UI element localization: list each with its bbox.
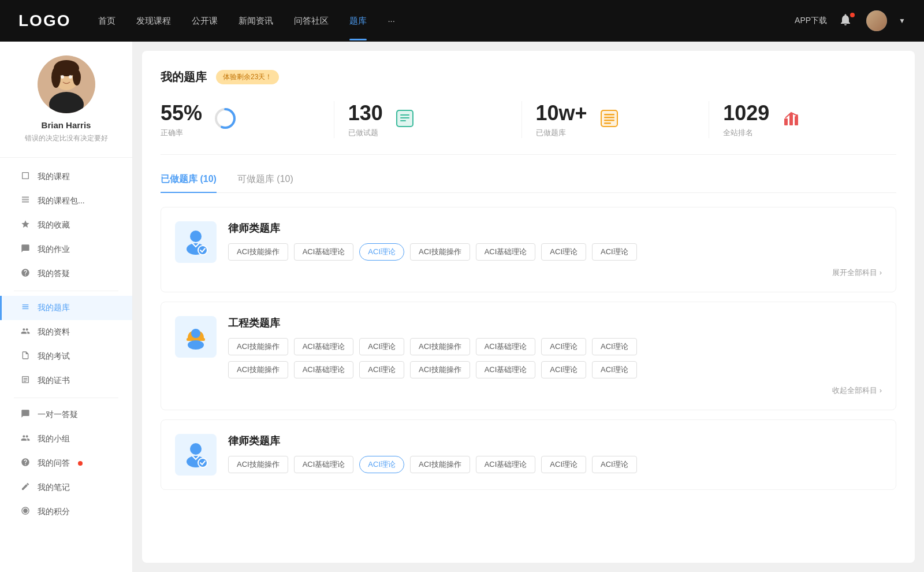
main-layout: Brian Harris 错误的决定比没有决定要好 我的课程 我的课程包...: [0, 42, 924, 572]
qa-icon: [20, 268, 31, 280]
stat-done-qbanks-label: 已做题库: [536, 128, 587, 138]
sidebar-item-course-pkg[interactable]: 我的课程包...: [0, 189, 132, 213]
qbank-tag[interactable]: ACI基础理论: [476, 361, 536, 378]
user-avatar[interactable]: [866, 10, 887, 31]
sidebar-item-points[interactable]: 我的积分: [0, 500, 132, 524]
nav-link-open[interactable]: 公开课: [192, 16, 218, 27]
qbank-tag[interactable]: ACI基础理论: [294, 361, 354, 378]
svg-rect-15: [601, 110, 617, 127]
tab-available[interactable]: 可做题库 (10): [237, 173, 293, 192]
qbank-title-1: 律师类题库: [228, 221, 882, 235]
nav-link-home[interactable]: 首页: [98, 16, 116, 27]
qbank-tag[interactable]: ACI技能操作: [228, 456, 288, 473]
qbank-tag[interactable]: ACI技能操作: [410, 361, 470, 378]
qbank-tag[interactable]: ACI技能操作: [410, 456, 470, 473]
qbank-tag[interactable]: ACI理论: [592, 456, 637, 473]
collapse-link-2[interactable]: 收起全部科目 ›: [832, 385, 882, 396]
svg-rect-18: [604, 117, 614, 118]
qbank-tag[interactable]: ACI理论: [541, 243, 586, 261]
sidebar-item-favorites[interactable]: 我的收藏: [0, 213, 132, 237]
sidebar-item-questions[interactable]: 我的问答: [0, 451, 132, 476]
expand-link-1[interactable]: 展开全部科目 ›: [832, 268, 882, 278]
nav-link-qbank[interactable]: 题库: [349, 16, 367, 27]
tabs-row: 已做题库 (10) 可做题库 (10): [161, 173, 896, 193]
sidebar-item-profile[interactable]: 我的资料: [0, 320, 132, 344]
stat-done-questions-label: 已做试题: [348, 128, 383, 138]
stat-rank-label: 全站排名: [723, 128, 769, 138]
svg-point-27: [198, 246, 207, 255]
course-pkg-icon: [20, 195, 31, 207]
qbank-tag[interactable]: ACI理论: [541, 361, 586, 378]
qbank-tag[interactable]: ACI基础理论: [476, 456, 536, 473]
nav-link-discover[interactable]: 发现课程: [136, 16, 171, 27]
page-header: 我的题库 体验剩余23天！: [161, 69, 896, 85]
stat-rank: 1029 全站排名: [709, 101, 896, 138]
qbank-title-3: 律师类题库: [228, 434, 882, 448]
qbank-card-1: 律师类题库 ACI技能操作 ACI基础理论 ACI理论 ACI技能操作 ACI基…: [161, 207, 896, 292]
nav-right: APP下载 ▼: [795, 10, 906, 31]
qbank-tag[interactable]: ACI技能操作: [228, 338, 288, 355]
qbank-body-1: 律师类题库 ACI技能操作 ACI基础理论 ACI理论 ACI技能操作 ACI基…: [228, 221, 882, 278]
qbank-icon-1: [175, 221, 217, 263]
qbank-tag[interactable]: ACI基础理论: [294, 243, 354, 261]
stat-rank-number: 1029 全站排名: [723, 101, 769, 138]
svg-point-25: [190, 231, 202, 242]
stat-done-questions-number: 130 已做试题: [348, 101, 383, 138]
notes-icon: [20, 482, 31, 493]
stat-accuracy-value: 55%: [161, 101, 202, 125]
qbank-tag[interactable]: ACI理论: [592, 338, 637, 355]
sidebar-label-tutoring: 一对一答疑: [38, 410, 78, 420]
qbank-tag[interactable]: ACI技能操作: [228, 361, 288, 378]
sidebar-item-tutoring[interactable]: 一对一答疑: [0, 403, 132, 427]
qbank-card-2: 工程类题库 ACI技能操作 ACI基础理论 ACI理论 ACI技能操作 ACI基…: [161, 302, 896, 410]
qbank-tag[interactable]: ACI技能操作: [410, 243, 470, 261]
qbank-icon-2: [175, 316, 217, 358]
qbank-tag-active[interactable]: ACI理论: [359, 243, 404, 261]
sidebar-item-qa[interactable]: 我的答疑: [0, 262, 132, 286]
app-download-button[interactable]: APP下载: [795, 16, 827, 26]
qbank-tag[interactable]: ACI基础理论: [476, 338, 536, 355]
qbank-tag[interactable]: ACI理论: [541, 338, 586, 355]
nav-link-qa[interactable]: 问答社区: [294, 16, 329, 27]
sidebar-item-homework[interactable]: 我的作业: [0, 237, 132, 262]
qbank-tags-2-row1: ACI技能操作 ACI基础理论 ACI理论 ACI技能操作 ACI基础理论 AC…: [228, 338, 882, 355]
qbank-tag-active[interactable]: ACI理论: [359, 456, 404, 473]
bell-icon[interactable]: [839, 13, 855, 29]
nav-links: 首页 发现课程 公开课 新闻资讯 问答社区 题库 ···: [98, 16, 795, 27]
qbank-tag[interactable]: ACI理论: [541, 456, 586, 473]
svg-point-6: [61, 75, 64, 79]
tab-done[interactable]: 已做题库 (10): [161, 173, 217, 192]
qbank-tag[interactable]: ACI基础理论: [294, 456, 354, 473]
cert-icon: [20, 375, 31, 387]
qbank-tag[interactable]: ACI基础理论: [476, 243, 536, 261]
content-area: 我的题库 体验剩余23天！ 55% 正确率 130: [142, 51, 915, 563]
sidebar-label-profile: 我的资料: [38, 327, 70, 337]
stat-accuracy: 55% 正确率: [161, 101, 334, 138]
sidebar-item-notes[interactable]: 我的笔记: [0, 476, 132, 500]
qbank-tag[interactable]: ACI理论: [359, 338, 404, 355]
nav-link-more[interactable]: ···: [388, 16, 395, 27]
sidebar-motto: 错误的决定比没有决定要好: [9, 133, 123, 143]
qbank-tag[interactable]: ACI理论: [359, 361, 404, 378]
sidebar-item-qbank[interactable]: 我的题库: [0, 296, 132, 320]
qbank-tag[interactable]: ACI理论: [592, 243, 637, 261]
svg-point-24: [796, 114, 798, 117]
sidebar-item-group[interactable]: 我的小组: [0, 427, 132, 451]
sidebar-item-cert[interactable]: 我的证书: [0, 369, 132, 393]
stats-row: 55% 正确率 130 已做试题: [161, 101, 896, 155]
nav-link-news[interactable]: 新闻资讯: [239, 16, 273, 27]
qbank-tag[interactable]: ACI技能操作: [410, 338, 470, 355]
sidebar-label-qa: 我的答疑: [38, 269, 70, 279]
sidebar-label-cert: 我的证书: [38, 376, 70, 386]
sidebar-label-points: 我的积分: [38, 507, 70, 517]
qbank-tag[interactable]: ACI理论: [592, 361, 637, 378]
user-dropdown-arrow[interactable]: ▼: [899, 17, 906, 25]
svg-point-33: [198, 458, 207, 467]
sidebar-item-exam[interactable]: 我的考试: [0, 344, 132, 369]
svg-rect-12: [400, 114, 409, 116]
sidebar-item-courses[interactable]: 我的课程: [0, 165, 132, 189]
stat-done-questions: 130 已做试题: [334, 101, 522, 138]
qbank-title-2: 工程类题库: [228, 316, 882, 330]
qbank-tag[interactable]: ACI基础理论: [294, 338, 354, 355]
qbank-tag[interactable]: ACI技能操作: [228, 243, 288, 261]
